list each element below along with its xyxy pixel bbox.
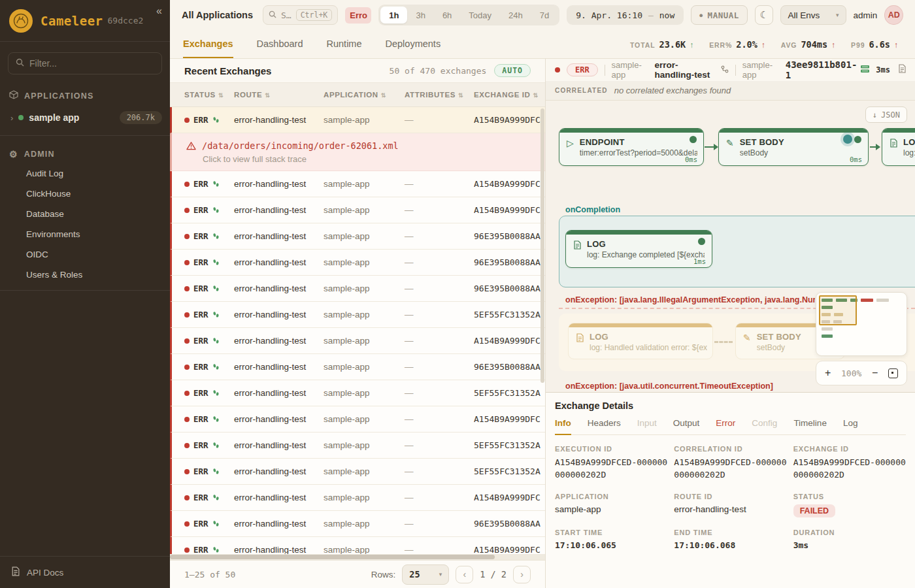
time-range-6h[interactable]: 6h <box>434 7 460 24</box>
time-range-3h[interactable]: 3h <box>407 7 433 24</box>
column-header-route[interactable]: ROUTE⇅ <box>234 91 324 99</box>
table-row[interactable]: ERR error-handling-test sample-app — A15… <box>170 537 545 554</box>
details-tab-timeline[interactable]: Timeline <box>793 418 827 435</box>
details-tab-log[interactable]: Log <box>843 418 858 435</box>
sidebar-item-users-roles[interactable]: Users & Roles <box>0 265 170 285</box>
tab-dashboard[interactable]: Dashboard <box>257 30 303 58</box>
tab-deployments[interactable]: Deployments <box>386 30 441 58</box>
stats-summary: TOTAL 23.6K ↑ ERR% 2.0% ↑ AVG 704ms ↑ P9… <box>630 30 902 58</box>
table-row[interactable]: ERR error-handling-test sample-app — A15… <box>170 328 545 354</box>
table-row[interactable]: ERR error-handling-test sample-app — 96E… <box>170 223 545 250</box>
flow-node-exception-log[interactable]: LOG log: Handled validation error: ${exc… <box>568 323 713 359</box>
table-row[interactable]: ERR error-handling-test sample-app — 96E… <box>170 276 545 302</box>
flow-node-set-body[interactable]: ✎ SET BODY setBody 0ms <box>718 128 869 166</box>
prev-page-button[interactable]: ‹ <box>456 566 473 583</box>
brand-name: Cameleer <box>41 14 103 28</box>
vertical-scrollbar[interactable] <box>541 108 544 383</box>
flow-node-endpoint[interactable]: ▷ ENDPOINT timer:errorTest?period=5000&d… <box>559 128 704 166</box>
detail-route[interactable]: error-handling-test <box>654 60 728 80</box>
error-filter-chip[interactable]: Erro <box>345 7 371 24</box>
flow-node-oncompletion-log[interactable]: LOG log: Exchange completed [${exchan 1m… <box>565 230 712 268</box>
cell-exchange-id: A154B9A999DFC <box>474 179 545 189</box>
zoom-out-button[interactable]: − <box>872 368 878 378</box>
avatar[interactable]: AD <box>884 5 903 25</box>
details-tab-error[interactable]: Error <box>716 418 735 435</box>
download-json-button[interactable]: ↓ JSON <box>865 106 907 123</box>
horizontal-scrollbar-track[interactable] <box>170 554 545 560</box>
chevron-right-icon[interactable]: › <box>10 113 13 123</box>
node-status-dot <box>698 238 705 245</box>
sidebar-item-audit-log[interactable]: Audit Log <box>0 163 170 184</box>
sidebar-header: Cameleer 69dcce2 « <box>0 0 170 42</box>
date-range-display[interactable]: 9. Apr. 16:10 – now <box>567 5 684 25</box>
sidebar-collapse-icon[interactable]: « <box>156 5 162 17</box>
time-range-today[interactable]: Today <box>460 7 500 24</box>
details-tab-input[interactable]: Input <box>637 418 657 435</box>
cell-route: error-handling-test <box>234 388 324 398</box>
next-page-button[interactable]: › <box>513 566 531 583</box>
error-dot <box>184 338 190 344</box>
chevron-down-icon: ▾ <box>439 571 442 578</box>
route-flow-canvas[interactable]: ↓ JSON ▷ ENDPOINT timer:errorTest?period… <box>546 101 915 392</box>
table-row[interactable]: ERR error-handling-test sample-app — 5EF… <box>170 433 545 459</box>
manual-refresh-button[interactable]: ● MANUAL <box>691 5 747 25</box>
flow-minimap[interactable] <box>816 292 907 356</box>
sidebar-item-sample-app[interactable]: › sample app 206.7k <box>0 105 170 130</box>
table-row[interactable]: ERR error-handling-test sample-app — 5EF… <box>170 459 545 485</box>
sidebar-item-api-docs[interactable]: API Docs <box>0 557 170 588</box>
warning-icon <box>186 141 196 150</box>
zoom-controls: + 100% − <box>816 361 907 385</box>
cell-status: ERR <box>184 205 234 215</box>
cell-exchange-id: A154B9A999DFC <box>474 545 545 554</box>
cell-status: ERR <box>184 545 234 554</box>
flow-node-log[interactable]: LOG log: Sta <box>882 128 915 166</box>
table-row[interactable]: ERR error-handling-test sample-app — A15… <box>170 171 545 197</box>
search-input[interactable]: S… Ctrl+K <box>263 5 338 25</box>
table-row[interactable]: ERR error-handling-test sample-app — 5EF… <box>170 302 545 328</box>
time-range-1h[interactable]: 1h <box>380 7 407 24</box>
fit-view-button[interactable] <box>888 368 898 378</box>
download-arrow-icon: ↓ <box>873 110 877 120</box>
tab-runtime[interactable]: Runtime <box>327 30 362 58</box>
column-header-application[interactable]: APPLICATION⇅ <box>324 91 405 99</box>
sidebar-item-clickhouse[interactable]: ClickHouse <box>0 184 170 204</box>
auto-refresh-badge[interactable]: AUTO <box>494 64 531 77</box>
detail-field-route-id: ROUTE IDerror-handling-test <box>674 493 786 517</box>
details-tab-config[interactable]: Config <box>752 418 777 435</box>
details-tab-info[interactable]: Info <box>555 418 571 435</box>
table-row[interactable]: ERR error-handling-test sample-app — A15… <box>170 107 545 133</box>
divider <box>735 65 736 76</box>
rows-per-page-select[interactable]: 25 ▾ <box>402 564 449 585</box>
details-tab-output[interactable]: Output <box>673 418 700 435</box>
details-tab-headers[interactable]: Headers <box>588 418 621 435</box>
table-row[interactable]: ERR error-handling-test sample-app — 96E… <box>170 511 545 537</box>
sidebar-item-environments[interactable]: Environments <box>0 224 170 244</box>
status-badge: FAILED <box>793 504 835 517</box>
error-stack-trace-row[interactable]: /data/orders/incoming/order-62061.xml Cl… <box>170 133 545 171</box>
time-range-24h[interactable]: 24h <box>500 7 531 24</box>
tab-exchanges[interactable]: Exchanges <box>183 30 233 58</box>
table-row[interactable]: ERR error-handling-test sample-app — 96E… <box>170 250 545 276</box>
minimap-viewport[interactable] <box>819 295 857 325</box>
time-range-7d[interactable]: 7d <box>531 7 557 24</box>
scope-title: All Applications <box>182 10 253 20</box>
sidebar-item-oidc[interactable]: OIDC <box>0 244 170 265</box>
table-row[interactable]: ERR error-handling-test sample-app — A15… <box>170 406 545 433</box>
table-row[interactable]: ERR error-handling-test sample-app — A15… <box>170 197 545 223</box>
table-row[interactable]: ERR error-handling-test sample-app — 5EF… <box>170 380 545 406</box>
sidebar-item-database[interactable]: Database <box>0 204 170 224</box>
column-header-status[interactable]: STATUS⇅ <box>184 91 234 99</box>
cell-application: sample-app <box>324 545 405 554</box>
sidebar-filter-input[interactable]: Filter... <box>8 52 162 74</box>
table-row[interactable]: ERR error-handling-test sample-app — 96E… <box>170 354 545 380</box>
zoom-in-button[interactable]: + <box>825 368 831 378</box>
table-row[interactable]: ERR error-handling-test sample-app — A15… <box>170 485 545 511</box>
document-icon[interactable] <box>898 64 906 76</box>
column-header-attributes[interactable]: ATTRIBUTES⇅ <box>405 91 474 99</box>
column-header-exchange-id[interactable]: EXCHANGE ID⇅ <box>474 91 545 99</box>
environment-select[interactable]: All Envs ▾ <box>780 5 846 25</box>
detail-exchange-id[interactable]: 43ee9811b801-1 <box>786 59 870 80</box>
cell-route: error-handling-test <box>234 310 324 319</box>
dark-mode-toggle[interactable]: ☾ <box>755 5 774 25</box>
horizontal-scrollbar-thumb[interactable] <box>170 555 495 559</box>
